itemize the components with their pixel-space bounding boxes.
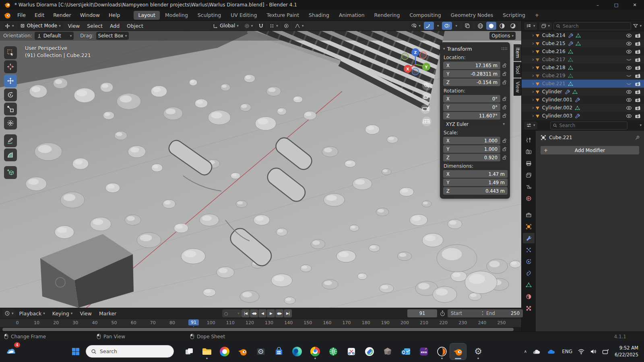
lock-icon[interactable] xyxy=(502,138,508,143)
outliner-row-cube.221[interactable]: ›Cube.221 xyxy=(522,80,644,88)
render-camera-icon[interactable] xyxy=(635,41,641,46)
visibility-dropdown[interactable]: ▾ xyxy=(409,22,423,30)
collapse-panel-icon[interactable]: ▾ xyxy=(443,47,445,51)
add-modifier-button[interactable]: + Add Modifier xyxy=(541,146,639,154)
snap-target-selector[interactable]: ▾ xyxy=(267,22,280,30)
location-0-field[interactable]: X17.165 m xyxy=(443,62,500,69)
visibility-eye-closed-icon[interactable] xyxy=(626,81,632,86)
object-name[interactable]: Cube.221 xyxy=(542,81,566,86)
gizmos-toggle[interactable] xyxy=(424,22,434,30)
properties-tab-world[interactable] xyxy=(523,193,535,204)
menu-help[interactable]: Help xyxy=(104,10,125,21)
jump-to-end-button[interactable]: ▶| xyxy=(284,309,292,317)
render-camera-icon[interactable] xyxy=(635,113,641,119)
auto-keying-toggle[interactable]: ○ ▾ xyxy=(222,309,242,317)
orientation-selector[interactable]: Global ▾ xyxy=(211,22,241,30)
taskbar-app-copilot[interactable] xyxy=(217,343,233,360)
start-button[interactable] xyxy=(68,343,84,360)
disclosure-icon[interactable]: › xyxy=(532,49,534,54)
workspace-tab-texture-paint[interactable]: Texture Paint xyxy=(262,11,303,20)
overlays-dropdown[interactable]: ▾ xyxy=(453,22,459,30)
object-name[interactable]: Cube.218 xyxy=(542,65,566,70)
menu-render[interactable]: Render xyxy=(49,10,76,21)
taskbar-clock[interactable]: 9:52 AM 6/22/2025 xyxy=(615,345,638,358)
object-name[interactable]: Cube.214 xyxy=(542,33,566,38)
measure-tool[interactable] xyxy=(4,148,17,161)
properties-tab-output[interactable] xyxy=(523,158,535,169)
sidebar-tab-tool[interactable]: Tool xyxy=(514,62,522,77)
workspace-tab-uv-editing[interactable]: UV Editing xyxy=(226,11,261,20)
lock-icon[interactable] xyxy=(502,63,508,68)
taskbar-app-vpn[interactable] xyxy=(325,343,341,360)
outliner-row-cube.214[interactable]: ›Cube.214 xyxy=(522,31,644,39)
menu-edit[interactable]: Edit xyxy=(30,10,49,21)
shading-solid-button[interactable] xyxy=(486,22,496,30)
workspace-tab-layout[interactable]: Layout xyxy=(134,11,160,20)
outliner-row-cube.218[interactable]: ›Cube.218 xyxy=(522,64,644,72)
properties-tab-modifiers[interactable] xyxy=(523,233,535,243)
rotate-tool[interactable] xyxy=(4,88,17,101)
properties-tab-particles[interactable] xyxy=(523,245,535,255)
taskbar-app-settings[interactable]: ⚙ xyxy=(470,343,486,360)
proportional-falloff-selector[interactable]: ▾ xyxy=(293,22,306,30)
render-camera-icon[interactable] xyxy=(635,33,641,38)
next-keyframe-button[interactable]: ◆▶ xyxy=(275,309,283,317)
outliner-row-cylinder.001[interactable]: ›Cylinder.001 xyxy=(522,96,644,104)
object-name[interactable]: Cylinder.002 xyxy=(542,105,572,111)
workspace-tab-rendering[interactable]: Rendering xyxy=(370,11,405,20)
visibility-eye-closed-icon[interactable] xyxy=(626,73,632,78)
render-camera-icon[interactable] xyxy=(635,57,641,62)
scale-2-field[interactable]: Z0.920 xyxy=(443,154,500,161)
properties-tab-render[interactable] xyxy=(523,146,535,157)
disclosure-icon[interactable]: › xyxy=(532,113,534,119)
viewport-menu-add[interactable]: Add xyxy=(106,23,123,29)
orientation-dropdown[interactable]: Default ▾ xyxy=(35,32,74,40)
taskbar-app-capsule[interactable] xyxy=(361,343,378,360)
properties-tab-physics[interactable] xyxy=(523,256,535,267)
weather-cloud-icon[interactable] xyxy=(532,348,542,355)
timeline-editor-type[interactable]: ▾ xyxy=(2,309,16,317)
workspace-tab-compositing[interactable]: Compositing xyxy=(405,11,445,20)
location-1-field[interactable]: Y-0.28311 m xyxy=(443,70,500,78)
render-camera-icon[interactable] xyxy=(635,81,641,86)
properties-tab-material[interactable] xyxy=(523,291,535,302)
drag-dropdown[interactable]: Select Box ▾ xyxy=(96,32,129,40)
properties-tab-object-data[interactable] xyxy=(523,280,535,290)
lock-icon[interactable] xyxy=(502,105,508,110)
object-name[interactable]: Cylinder xyxy=(542,89,562,95)
lock-icon[interactable] xyxy=(502,80,508,85)
sidebar-tab-view[interactable]: View xyxy=(514,78,522,96)
outliner-row-cube.217[interactable]: ›Cube.217 xyxy=(522,56,644,64)
rotation-mode-dropdown[interactable]: XYZ Euler ▾ xyxy=(443,120,508,128)
outliner-search-input[interactable]: Search xyxy=(553,22,631,30)
dimensions-2-field[interactable]: Z0.443 m xyxy=(443,187,508,195)
overlays-toggle[interactable] xyxy=(442,22,452,30)
pivot-point-selector[interactable]: ▾ xyxy=(242,22,255,30)
render-camera-icon[interactable] xyxy=(635,73,641,78)
outliner-filter-mode[interactable]: ▾ xyxy=(539,22,552,30)
disclosure-icon[interactable]: › xyxy=(532,73,534,78)
cursor-tool[interactable] xyxy=(4,60,17,73)
select-box-tool[interactable] xyxy=(4,46,17,59)
visibility-eye-icon[interactable] xyxy=(626,49,632,54)
disclosure-icon[interactable]: › xyxy=(532,105,534,111)
taskbar-app-outlook[interactable] xyxy=(398,343,414,360)
disclosure-icon[interactable]: › xyxy=(532,81,534,86)
pan-button[interactable] xyxy=(422,92,431,101)
jump-to-start-button[interactable]: |◀ xyxy=(242,309,250,317)
properties-tab-tool[interactable] xyxy=(523,135,535,145)
scale-0-field[interactable]: X1.000 xyxy=(443,137,500,144)
taskbar-app-blender-active[interactable] xyxy=(450,343,466,360)
timeline-playhead[interactable]: 91 xyxy=(188,319,199,325)
outliner-row-cube.216[interactable]: ›Cube.216 xyxy=(522,47,644,56)
taskbar-search-input[interactable]: Search xyxy=(86,345,174,358)
axis-neg-x-handle[interactable] xyxy=(420,52,427,59)
render-camera-icon[interactable] xyxy=(635,89,641,95)
visibility-eye-icon[interactable] xyxy=(626,41,632,46)
outliner-row-cube.219[interactable]: ›Cube.219 xyxy=(522,72,644,80)
taskbar-app-store[interactable] xyxy=(271,343,287,360)
timeline-ruler[interactable]: 0102030405060708010011012013014015016017… xyxy=(0,319,521,327)
disclosure-icon[interactable]: › xyxy=(532,97,534,103)
rotation-1-field[interactable]: Y0° xyxy=(443,103,500,111)
disclosure-icon[interactable]: › xyxy=(532,33,534,38)
